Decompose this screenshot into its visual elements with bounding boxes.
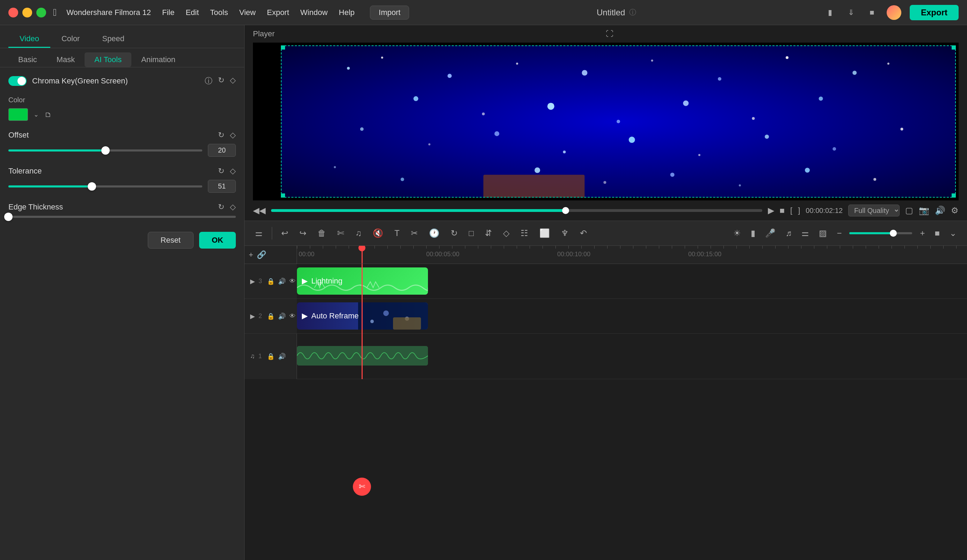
ok-button[interactable]: OK [199, 232, 236, 249]
handle-bl[interactable] [281, 193, 285, 198]
step-back-button[interactable]: ◀◀ [253, 206, 266, 216]
tolerance-reset-icon[interactable]: ↻ [218, 166, 224, 176]
subtab-ai-tools[interactable]: AI Tools [84, 53, 131, 67]
square-icon[interactable]: ⬜ [537, 226, 552, 240]
volume-icon[interactable]: 🔊 [935, 206, 946, 216]
tab-speed[interactable]: Speed [91, 31, 135, 48]
delete-icon[interactable]: 🗑 [315, 226, 328, 240]
layout-icon[interactable]: ■ [866, 6, 878, 19]
grid-icon[interactable]: ⚌ [253, 226, 265, 240]
offset-diamond-icon[interactable]: ◇ [230, 130, 236, 140]
close-button[interactable] [8, 8, 18, 18]
diamond-icon[interactable]: ◇ [501, 226, 512, 240]
expand-icon[interactable]: ⇵ [483, 226, 494, 240]
stop-button[interactable]: ■ [780, 206, 785, 216]
menu-tools[interactable]: Tools [210, 8, 228, 17]
undo-icon[interactable]: ↩ [279, 226, 290, 240]
eye-icon-2[interactable]: 👁 [289, 313, 295, 320]
layout2-icon[interactable]: ■ [933, 226, 942, 240]
subtab-basic[interactable]: Basic [8, 53, 47, 67]
sliders-icon[interactable]: ☷ [518, 226, 530, 240]
tolerance-slider-thumb[interactable] [88, 182, 96, 191]
tolerance-value[interactable]: 51 [208, 180, 236, 193]
edge-thickness-diamond-icon[interactable]: ◇ [230, 203, 236, 212]
chevron-down-icon[interactable]: ⌄ [947, 226, 959, 240]
eyedropper-icon[interactable]: 🗅 [45, 110, 52, 119]
eye-icon-3[interactable]: 👁 [289, 278, 295, 285]
fullscreen-icon[interactable]: ⛶ [606, 29, 959, 38]
crop-r-icon[interactable]: □ [467, 226, 476, 240]
grid2-icon[interactable]: ⚌ [799, 226, 811, 240]
music2-icon[interactable]: ♬ [783, 226, 794, 240]
handle-tr[interactable] [952, 45, 956, 49]
menu-appname[interactable]: Wondershare Filmora 12 [66, 8, 151, 17]
mic-icon[interactable]: 🎤 [763, 226, 778, 240]
progress-thumb[interactable] [562, 207, 569, 214]
volume-icon-2[interactable]: 🔊 [278, 313, 286, 320]
download-icon[interactable]: ⇓ [845, 6, 857, 19]
wave-icon[interactable]: ♆ [559, 226, 571, 240]
text-icon[interactable]: T [392, 226, 402, 240]
lock-icon-2[interactable]: 🔒 [267, 313, 275, 320]
cut-icon[interactable]: ✄ [335, 226, 346, 240]
monitor-icon[interactable]: ▨ [817, 226, 829, 240]
minimize-button[interactable] [22, 8, 32, 18]
lock-icon-1[interactable]: 🔒 [267, 352, 275, 360]
menu-edit[interactable]: Edit [185, 8, 199, 17]
link-track-icon[interactable]: 🔗 [257, 250, 266, 259]
handle-tl[interactable] [281, 45, 285, 49]
clock-icon[interactable]: 🕐 [427, 226, 442, 240]
monitor-icon[interactable]: ▮ [824, 6, 837, 19]
offset-reset-icon[interactable]: ↻ [218, 130, 224, 140]
color-swatch[interactable] [8, 108, 28, 121]
subtab-mask[interactable]: Mask [47, 53, 85, 67]
redo-icon[interactable]: ↪ [297, 226, 309, 240]
menu-window[interactable]: Window [300, 8, 328, 17]
shield-icon[interactable]: ▮ [749, 226, 757, 240]
loop-icon[interactable]: ↻ [449, 226, 460, 240]
import-button[interactable]: Import [370, 6, 409, 20]
reset-button[interactable]: Reset [148, 232, 193, 249]
sun-icon[interactable]: ☀ [731, 226, 743, 240]
menu-export[interactable]: Export [267, 8, 289, 17]
menu-help[interactable]: Help [339, 8, 355, 17]
offset-value[interactable]: 20 [208, 144, 236, 157]
chroma-key-reset-icon[interactable]: ↻ [218, 76, 224, 86]
tolerance-diamond-icon[interactable]: ◇ [230, 166, 236, 176]
zoom-minus-icon[interactable]: − [835, 226, 844, 240]
play-button[interactable]: ▶ [768, 206, 774, 216]
edge-thickness-slider-track[interactable] [8, 216, 236, 218]
handle-br[interactable] [952, 193, 956, 198]
tolerance-slider-track[interactable] [8, 185, 202, 188]
zoom-thumb[interactable] [890, 230, 897, 237]
avatar[interactable] [887, 5, 901, 20]
menu-file[interactable]: File [162, 8, 174, 17]
camera-icon[interactable]: 📷 [919, 206, 929, 216]
playhead-scissors[interactable]: ✄ [353, 478, 371, 496]
zoom-plus-icon[interactable]: + [918, 226, 927, 240]
settings-icon[interactable]: ⚙ [951, 206, 959, 216]
volume-icon-1[interactable]: 🔊 [278, 352, 286, 360]
progress-track[interactable] [271, 209, 762, 212]
crop-icon[interactable]: ✂ [409, 226, 420, 240]
tab-video[interactable]: Video [8, 31, 50, 48]
quality-select[interactable]: Full Quality [848, 204, 899, 216]
chroma-key-diamond-icon[interactable]: ◇ [230, 76, 236, 86]
add-track-icon[interactable]: + [249, 250, 253, 259]
maximize-button[interactable] [36, 8, 46, 18]
music-icon[interactable]: ♫ [353, 226, 364, 240]
volume-icon-3[interactable]: 🔊 [278, 278, 286, 285]
screen-icon[interactable]: ▢ [905, 206, 913, 216]
reset2-icon[interactable]: ↶ [578, 226, 589, 240]
subtab-animation[interactable]: Animation [131, 53, 185, 67]
zoom-track[interactable] [849, 232, 912, 234]
offset-slider-thumb[interactable] [101, 146, 110, 155]
edge-thickness-slider-thumb[interactable] [4, 212, 13, 221]
offset-slider-track[interactable] [8, 150, 202, 152]
tab-color[interactable]: Color [50, 31, 91, 48]
lock-icon-3[interactable]: 🔒 [267, 278, 275, 285]
edge-thickness-reset-icon[interactable]: ↻ [218, 203, 224, 212]
mute-icon[interactable]: 🔇 [371, 226, 385, 240]
export-button[interactable]: Export [910, 5, 959, 20]
chroma-key-toggle[interactable] [8, 76, 26, 86]
